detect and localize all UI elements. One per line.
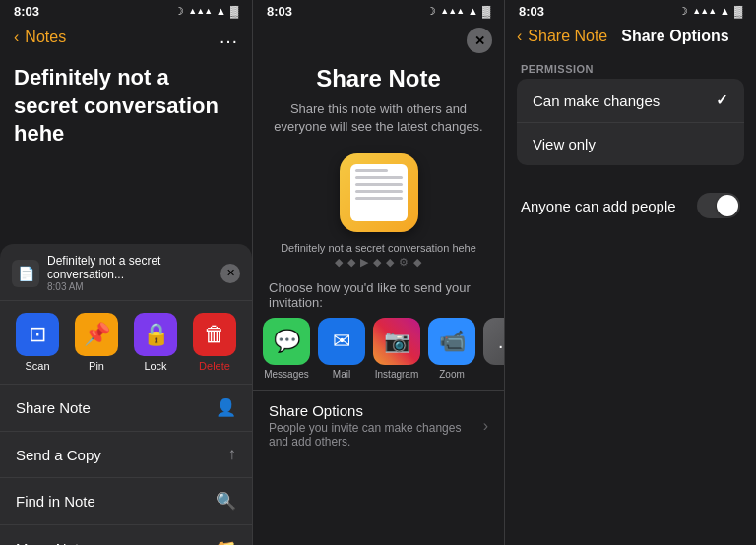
- share-options-subtitle: People you invite can make changes and a…: [269, 421, 483, 449]
- note-dots: ◆ ◆ ▶ ◆ ◆ ⚙ ◆: [253, 256, 504, 274]
- scan-icon-box: ⊡: [16, 313, 59, 356]
- wifi-icon-2: ▲: [468, 5, 478, 17]
- panel3-back-label[interactable]: Share Note: [528, 28, 607, 45]
- panel2-close-row: ✕: [253, 22, 504, 57]
- context-note-snippet: Definitely not a secret conversation...: [47, 254, 215, 281]
- panel-share-note: 8:03 ☽ ▲▲▲ ▲ ▓ ✕ Share Note Share this n…: [252, 0, 504, 545]
- share-note-header: Share Note Share this note with others a…: [253, 57, 504, 142]
- wifi-icon: ▲: [216, 5, 226, 17]
- find-in-note-label: Find in Note: [16, 493, 95, 510]
- status-icons-2: ☽ ▲▲▲ ▲ ▓: [426, 5, 490, 18]
- share-app-messages[interactable]: 💬 Messages: [263, 318, 310, 380]
- zoom-label: Zoom: [439, 369, 465, 380]
- permission-section-label: PERMISSION: [505, 55, 756, 79]
- permission-view-only[interactable]: View only: [517, 123, 744, 165]
- messages-label: Messages: [264, 369, 309, 380]
- note-line-2: [355, 176, 403, 179]
- note-line-1: [355, 169, 389, 172]
- battery-icon-2: ▓: [482, 5, 490, 17]
- pin-label: Pin: [89, 360, 104, 372]
- note-thumb-inner: [350, 164, 408, 221]
- mail-label: Mail: [333, 369, 350, 380]
- panel-notes-list: 8:03 ☽ ▲▲▲ ▲ ▓ ‹ Notes … Definitely not …: [0, 0, 252, 545]
- move-note-label: Move Note: [16, 540, 88, 545]
- note-thumb-label: Definitely not a secret conversation heh…: [253, 238, 504, 256]
- instagram-icon: 📷: [373, 318, 420, 365]
- share-note-title: Share Note: [269, 65, 488, 92]
- messages-icon: 💬: [263, 318, 310, 365]
- share-options-title: Share Options: [269, 402, 483, 419]
- context-close-button[interactable]: ✕: [220, 264, 240, 283]
- status-icons-1: ☽ ▲▲▲ ▲ ▓: [174, 5, 238, 18]
- scan-action-button[interactable]: ⊡ Scan: [16, 313, 59, 372]
- anyone-can-add-row: Anyone can add people: [505, 177, 756, 234]
- share-app-mail[interactable]: ✉ Mail: [318, 318, 365, 380]
- share-options-arrow-icon: ›: [483, 417, 488, 435]
- status-icons-3: ☽ ▲▲▲ ▲ ▓: [678, 5, 742, 18]
- signal-icon: ▲▲▲: [188, 6, 212, 16]
- more-button[interactable]: …: [219, 26, 238, 48]
- anyone-label: Anyone can add people: [521, 198, 676, 214]
- note-line-5: [355, 197, 403, 200]
- can-make-changes-label: Can make changes: [533, 92, 660, 109]
- menu-item-share-note[interactable]: Share Note 👤: [0, 385, 252, 432]
- share-note-menu-icon: 👤: [216, 397, 236, 418]
- context-header: 📄 Definitely not a secret conversation..…: [0, 244, 252, 301]
- menu-item-find-in-note[interactable]: Find in Note 🔍: [0, 478, 252, 525]
- moon-icon-3: ☽: [678, 5, 688, 18]
- share-app-zoom[interactable]: 📹 Zoom: [428, 318, 475, 380]
- context-note-time: 8:03 AM: [47, 281, 215, 292]
- signal-icon-3: ▲▲▲: [692, 6, 716, 16]
- panel2-close-button[interactable]: ✕: [467, 28, 492, 53]
- share-apps-row: 💬 Messages ✉ Mail 📷 Instagram 📹 Zoom …: [253, 318, 504, 390]
- pin-icon-box: 📌: [75, 313, 118, 356]
- mail-icon: ✉: [318, 318, 365, 365]
- pin-action-button[interactable]: 📌 Pin: [75, 313, 118, 372]
- lock-icon-box: 🔒: [134, 313, 177, 356]
- lock-action-button[interactable]: 🔒 Lock: [134, 313, 177, 372]
- note-icon: 📄: [12, 260, 39, 287]
- share-app-instagram[interactable]: 📷 Instagram: [373, 318, 420, 380]
- send-copy-menu-label: Send a Copy: [16, 447, 101, 463]
- share-options-text: Share Options People you invite can make…: [269, 402, 483, 449]
- instagram-label: Instagram: [375, 369, 418, 380]
- move-note-icon: 📁: [216, 538, 236, 545]
- lock-label: Lock: [144, 360, 166, 372]
- context-actions-row: ⊡ Scan 📌 Pin 🔒 Lock 🗑 Delete: [0, 301, 252, 385]
- share-note-menu-label: Share Note: [16, 399, 91, 416]
- panel3-back-arrow-icon[interactable]: ‹: [517, 28, 522, 45]
- delete-label: Delete: [199, 360, 230, 372]
- view-only-label: View only: [533, 136, 596, 152]
- invite-label: Choose how you'd like to send your invit…: [253, 274, 504, 318]
- delete-icon-box: 🗑: [193, 313, 236, 356]
- status-bar-2: 8:03 ☽ ▲▲▲ ▲ ▓: [253, 0, 504, 22]
- more-apps-icon: …: [483, 318, 504, 365]
- find-in-note-icon: 🔍: [216, 491, 236, 512]
- signal-icon-2: ▲▲▲: [440, 6, 464, 16]
- share-note-subtitle: Share this note with others and everyone…: [269, 100, 488, 136]
- battery-icon: ▓: [230, 5, 238, 17]
- status-time-1: 8:03: [14, 4, 39, 19]
- anyone-toggle[interactable]: [697, 193, 740, 218]
- panel3-page-title: Share Options: [621, 28, 728, 45]
- moon-icon: ☽: [174, 5, 184, 18]
- note-line-4: [355, 190, 403, 193]
- note-title: Definitely not a secret conversation heh…: [14, 64, 238, 149]
- moon-icon-2: ☽: [426, 5, 436, 18]
- panel3-nav: ‹ Share Note Share Options: [505, 22, 756, 55]
- menu-item-move-note[interactable]: Move Note 📁: [0, 525, 252, 545]
- back-arrow-icon[interactable]: ‹: [14, 29, 19, 46]
- notes-nav: ‹ Notes …: [0, 22, 252, 54]
- share-app-more[interactable]: …: [483, 318, 504, 380]
- permission-can-make-changes[interactable]: Can make changes ✓: [517, 79, 744, 123]
- status-bar-1: 8:03 ☽ ▲▲▲ ▲ ▓: [0, 0, 252, 22]
- status-time-2: 8:03: [267, 4, 292, 19]
- share-options-row[interactable]: Share Options People you invite can make…: [253, 390, 504, 460]
- note-line-3: [355, 183, 403, 186]
- context-menu: 📄 Definitely not a secret conversation..…: [0, 244, 252, 545]
- scan-label: Scan: [25, 360, 49, 372]
- menu-item-send-copy[interactable]: Send a Copy ↑: [0, 432, 252, 478]
- delete-action-button[interactable]: 🗑 Delete: [193, 313, 236, 372]
- battery-icon-3: ▓: [734, 5, 742, 17]
- context-menu-list: Share Note 👤 Send a Copy ↑ Find in Note …: [0, 385, 252, 545]
